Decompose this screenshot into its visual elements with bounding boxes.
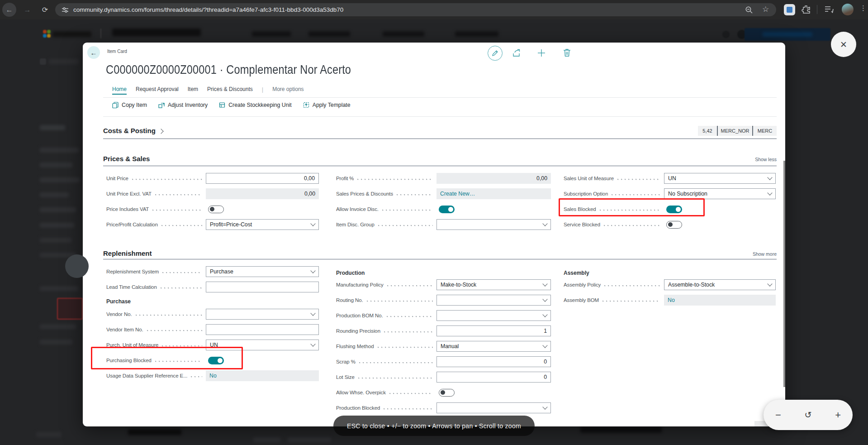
summary-chip-inventory-posting[interactable]: MERC bbox=[753, 126, 777, 136]
summary-chip-gen-prod-posting[interactable]: MERC_NOR bbox=[718, 126, 752, 136]
field-row: Unit Price0,00 bbox=[106, 173, 319, 184]
toolbar-divider bbox=[817, 5, 817, 14]
bookmark-star-icon[interactable]: ☆ bbox=[762, 5, 769, 14]
address-bar[interactable]: community.dynamics.com/forums/thread/det… bbox=[55, 3, 776, 16]
site-settings-icon[interactable] bbox=[62, 6, 69, 14]
field-value[interactable]: No bbox=[664, 295, 776, 306]
dotted-leader bbox=[389, 393, 433, 394]
field-label: Lead Time Calculation bbox=[106, 284, 157, 290]
profile-avatar[interactable] bbox=[842, 4, 854, 15]
share-icon[interactable] bbox=[512, 48, 522, 57]
show-more-link[interactable]: Show more bbox=[753, 251, 777, 257]
field-input[interactable] bbox=[206, 324, 319, 335]
delete-trash-icon[interactable] bbox=[563, 48, 571, 57]
field-row: Flushing MethodManual bbox=[336, 341, 551, 352]
group-subheader: Purchase bbox=[106, 298, 131, 305]
field-dropdown[interactable]: No Subscription bbox=[664, 188, 776, 199]
add-new-icon[interactable] bbox=[537, 49, 545, 57]
group-subheader: Production bbox=[336, 270, 365, 276]
field-dropdown[interactable] bbox=[206, 309, 319, 320]
section-costs-posting[interactable]: Costs & Posting bbox=[103, 127, 163, 134]
edit-pencil-icon[interactable] bbox=[488, 46, 503, 61]
field-dropdown[interactable]: Profit=Price-Cost bbox=[206, 219, 319, 230]
field-toggle[interactable] bbox=[666, 221, 682, 229]
extension-shortcut-icon[interactable] bbox=[784, 4, 795, 15]
adjust-inventory-icon bbox=[158, 102, 165, 108]
field-dropdown[interactable]: Purchase bbox=[206, 266, 319, 277]
field-row: Vendor No. bbox=[106, 309, 319, 320]
field-dropdown[interactable] bbox=[436, 402, 551, 413]
field-input[interactable]: 1 bbox=[436, 325, 551, 336]
show-less-link[interactable]: Show less bbox=[755, 157, 777, 162]
field-label: Vendor No. bbox=[106, 311, 132, 317]
dotted-leader bbox=[162, 272, 202, 273]
field-row: Price/Profit CalculationProfit=Price-Cos… bbox=[106, 219, 319, 230]
field-row: Production Blocked bbox=[336, 402, 551, 413]
blurred-microsoft-logo-text bbox=[52, 31, 91, 37]
field-row: Production bbox=[336, 268, 551, 278]
back-button[interactable]: ← bbox=[87, 46, 100, 59]
field-label: Replenishment System bbox=[106, 269, 159, 274]
field-dropdown[interactable]: UN bbox=[664, 173, 776, 184]
field-row: Lead Time Calculation bbox=[106, 282, 319, 292]
action-copy-item[interactable]: Copy Item bbox=[112, 102, 147, 108]
blurred-site-title bbox=[112, 29, 201, 36]
chevron-down-icon bbox=[767, 190, 772, 195]
field-label: Price Includes VAT bbox=[106, 206, 149, 212]
field-input[interactable]: 0,00 bbox=[206, 173, 319, 184]
field-dropdown[interactable]: Manual bbox=[436, 341, 551, 352]
field-toggle[interactable] bbox=[439, 389, 455, 397]
chevron-right-icon bbox=[158, 129, 163, 134]
action-adjust-inventory[interactable]: Adjust Inventory bbox=[158, 102, 208, 108]
summary-chip-unit-cost[interactable]: 5,42 bbox=[698, 126, 717, 136]
tab-home[interactable]: Home bbox=[112, 86, 127, 95]
field-row: Service Blocked bbox=[564, 219, 776, 230]
browser-forward-button[interactable]: → bbox=[20, 3, 34, 17]
item-title: C000000Z0000Z00001 · Complementar Nor Ac… bbox=[106, 62, 351, 77]
field-dropdown[interactable] bbox=[436, 310, 551, 321]
tab-item[interactable]: Item bbox=[188, 86, 198, 92]
field-label: Routing No. bbox=[336, 297, 363, 303]
field-value[interactable]: 0,00 bbox=[206, 188, 319, 199]
close-lightbox-button[interactable]: ✕ bbox=[831, 32, 856, 57]
zoom-in-button[interactable]: + bbox=[835, 409, 841, 421]
field-label: Production BOM No. bbox=[336, 313, 383, 318]
field-value[interactable]: No bbox=[206, 370, 319, 381]
dotted-leader bbox=[161, 287, 202, 289]
field-toggle[interactable] bbox=[439, 206, 455, 213]
action-apply-template[interactable]: Apply Template bbox=[303, 102, 351, 108]
dotted-leader bbox=[136, 315, 202, 316]
field-input[interactable] bbox=[206, 282, 319, 292]
field-toggle[interactable] bbox=[208, 206, 224, 213]
action-create-stockkeeping-unit[interactable]: Create Stockkeeping Unit bbox=[219, 102, 291, 108]
section-replenishment: Replenishment bbox=[103, 249, 152, 257]
field-dropdown[interactable] bbox=[436, 219, 551, 230]
section-divider bbox=[103, 139, 777, 139]
chevron-down-icon bbox=[310, 311, 315, 316]
field-dropdown[interactable]: Make-to-Stock bbox=[436, 279, 551, 290]
browser-menu-icon[interactable]: ⋮ bbox=[860, 4, 864, 12]
field-input[interactable]: 0 bbox=[436, 372, 551, 383]
dotted-leader bbox=[161, 225, 202, 226]
field-value[interactable]: Create New… bbox=[436, 188, 551, 199]
field-dropdown[interactable] bbox=[436, 295, 551, 306]
tab-prices-discounts[interactable]: Prices & Discounts bbox=[207, 86, 253, 92]
zoom-out-button[interactable]: − bbox=[775, 409, 781, 421]
tab-divider: | bbox=[262, 86, 263, 93]
dotted-leader bbox=[384, 331, 433, 333]
tab-request-approval[interactable]: Request Approval bbox=[136, 86, 179, 92]
field-input[interactable]: 0 bbox=[436, 356, 551, 367]
tab-more-options[interactable]: More options bbox=[272, 86, 304, 92]
dotted-leader bbox=[132, 179, 202, 180]
zoom-reset-button[interactable]: ↺ bbox=[805, 410, 812, 420]
extensions-puzzle-icon[interactable] bbox=[802, 5, 811, 14]
browser-back-button[interactable]: ← bbox=[2, 3, 16, 17]
field-row: Price Includes VAT bbox=[106, 204, 319, 215]
reading-list-icon[interactable] bbox=[824, 5, 834, 14]
zoom-indicator-icon[interactable] bbox=[745, 6, 753, 14]
field-dropdown[interactable]: Assemble-to-Stock bbox=[664, 279, 776, 290]
field-value[interactable]: 0,00 bbox=[436, 173, 551, 184]
url-text[interactable]: community.dynamics.com/forums/thread/det… bbox=[73, 6, 343, 13]
browser-reload-button[interactable]: ⟳ bbox=[38, 3, 52, 17]
chevron-down-icon bbox=[542, 312, 547, 317]
